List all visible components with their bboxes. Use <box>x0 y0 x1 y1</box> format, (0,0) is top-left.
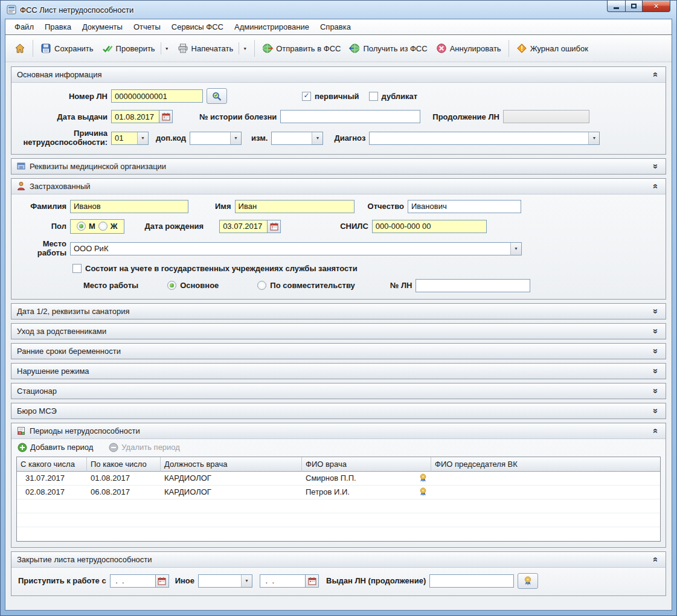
close-button[interactable]: ✕ <box>643 1 670 12</box>
minimize-button[interactable] <box>607 1 625 12</box>
issued-ln-input[interactable] <box>429 574 514 588</box>
section-main-info-header[interactable]: Основная информация <box>11 67 666 82</box>
duplicate-checkbox[interactable] <box>369 92 378 101</box>
title-bar[interactable]: ФСС Лист нетрудоспособности <box>1 1 676 19</box>
table-row[interactable] <box>17 527 660 541</box>
lastname-input[interactable] <box>70 200 188 213</box>
snils-input[interactable] <box>372 220 487 233</box>
gender-group: М Ж <box>70 219 124 234</box>
issued-ln-search-button[interactable] <box>518 573 538 589</box>
dropdown-arrow-icon[interactable] <box>241 575 252 587</box>
workplace-combo[interactable]: ООО РиК <box>70 242 522 255</box>
birthdate-input[interactable] <box>219 220 268 233</box>
column-header[interactable]: Должность врача <box>161 457 302 472</box>
work-start-calendar-button[interactable] <box>156 574 169 588</box>
error-log-button[interactable]: Журнал ошибок <box>512 40 592 57</box>
section-early-pregnancy: Ранние сроки беременности <box>11 343 666 359</box>
column-header[interactable]: ФИО председателя ВК <box>431 457 660 472</box>
save-button[interactable]: Сохранить <box>36 40 98 57</box>
addcode-combo[interactable] <box>190 132 242 145</box>
table-row[interactable]: 31.07.201701.08.2017КАРДИОЛОГСмирнов П.П… <box>17 472 660 486</box>
other-date-calendar-button[interactable] <box>306 574 319 588</box>
add-period-button[interactable]: Добавить период <box>18 443 93 452</box>
table-row[interactable] <box>17 499 660 513</box>
table-row[interactable]: 02.08.201706.08.2017КАРДИОЛОГПетров И.И. <box>17 486 660 499</box>
firstname-input[interactable] <box>235 200 355 213</box>
menu-item-5[interactable]: Сервисы ФСС <box>166 21 229 33</box>
ln-number-input[interactable] <box>111 89 203 103</box>
check-icon <box>102 43 113 54</box>
menu-item-2[interactable]: Правка <box>39 21 77 33</box>
menu-bar: ФайлПравкаДокументыОтчетыСервисы ФССАдми… <box>5 19 672 35</box>
issue-date-input[interactable] <box>111 110 159 123</box>
send-fss-button[interactable]: Отправить в ФСС <box>258 40 345 57</box>
table-row[interactable] <box>17 513 660 527</box>
chevron-double-down-icon[interactable] <box>652 406 660 415</box>
chevron-double-down-icon[interactable] <box>652 367 660 376</box>
primary-checkbox[interactable] <box>302 92 311 101</box>
check-dropdown-arrow-icon[interactable]: ▼ <box>161 42 169 54</box>
worktype-part-radio[interactable] <box>257 281 266 290</box>
home-button[interactable] <box>10 40 30 57</box>
error-log-icon <box>516 43 527 54</box>
ln-input[interactable] <box>416 279 530 292</box>
section-early-pregnancy-header[interactable]: Ранние сроки беременности <box>11 344 666 359</box>
column-header[interactable]: С какого числа <box>17 457 87 472</box>
maximize-button[interactable] <box>625 1 643 12</box>
menu-item-4[interactable]: Отчеты <box>128 21 166 33</box>
gender-female-radio[interactable] <box>98 222 107 231</box>
birthdate-calendar-button[interactable] <box>268 220 281 233</box>
check-button[interactable]: Проверить ▼ <box>98 39 173 57</box>
section-insured-header[interactable]: Застрахованный <box>11 179 666 194</box>
other-combo[interactable] <box>198 574 252 588</box>
dropdown-arrow-icon[interactable] <box>137 132 148 144</box>
print-dropdown-arrow-icon[interactable]: ▼ <box>239 42 247 54</box>
worktype-main-radio[interactable] <box>167 281 176 290</box>
dropdown-arrow-icon[interactable] <box>510 243 521 255</box>
dropdown-arrow-icon[interactable] <box>588 132 599 144</box>
issue-date-calendar-button[interactable] <box>159 110 173 123</box>
menu-item-7[interactable]: Справка <box>315 21 356 33</box>
gender-male-radio[interactable] <box>77 222 86 231</box>
chevron-double-down-icon[interactable] <box>652 347 660 356</box>
chevron-double-up-icon[interactable] <box>652 555 660 564</box>
calendar-icon <box>162 112 170 121</box>
section-relatives-care-header[interactable]: Уход за родственниками <box>11 324 666 339</box>
menu-item-3[interactable]: Документы <box>77 21 128 33</box>
menu-item-1[interactable]: Файл <box>9 21 39 33</box>
change-combo[interactable] <box>271 132 323 145</box>
column-header[interactable]: По какое число <box>87 457 161 472</box>
section-hospital-header[interactable]: Стационар <box>11 383 666 399</box>
history-number-input[interactable] <box>280 110 420 123</box>
chevron-double-up-icon[interactable] <box>652 426 660 435</box>
dropdown-arrow-icon[interactable] <box>312 132 322 144</box>
reason-combo[interactable]: 01 <box>111 132 149 145</box>
pick-ln-number-button[interactable] <box>207 88 227 104</box>
work-start-input[interactable] <box>110 574 156 588</box>
section-sanatorium-header[interactable]: Дата 1/2, реквизиты санатория <box>11 304 666 319</box>
section-mse-bureau-header[interactable]: Бюро МСЭ <box>11 403 666 419</box>
chevron-double-down-icon[interactable] <box>652 162 660 171</box>
section-periods-header[interactable]: Периоды нетрудоспособности <box>11 423 666 438</box>
unemployment-checkbox[interactable] <box>72 264 82 273</box>
chevron-double-up-icon[interactable] <box>652 182 660 191</box>
diagnosis-combo[interactable] <box>369 132 600 145</box>
menu-item-6[interactable]: Администрирование <box>229 21 315 33</box>
section-closing-header[interactable]: Закрытие листа нетрудоспособности <box>11 552 666 567</box>
section-med-org-header[interactable]: Реквизиты медицинской организации <box>11 159 666 174</box>
middlename-input[interactable] <box>408 200 521 213</box>
annul-button[interactable]: Аннулировать <box>432 40 505 57</box>
chevron-double-down-icon[interactable] <box>652 387 660 396</box>
chevron-double-up-icon[interactable] <box>652 70 660 79</box>
medal-icon[interactable] <box>419 487 428 496</box>
column-header[interactable]: ФИО врача <box>302 457 431 472</box>
other-date-input[interactable] <box>260 574 306 588</box>
medal-icon[interactable] <box>419 473 428 483</box>
chevron-double-down-icon[interactable] <box>652 327 660 336</box>
reason-value: 01 <box>112 133 137 143</box>
section-regime-violation-header[interactable]: Нарушение режима <box>11 364 666 379</box>
print-button[interactable]: Напечатать ▼ <box>173 39 252 57</box>
chevron-double-down-icon[interactable] <box>652 307 660 316</box>
receive-fss-button[interactable]: Получить из ФСС <box>345 40 431 57</box>
dropdown-arrow-icon[interactable] <box>230 132 241 144</box>
